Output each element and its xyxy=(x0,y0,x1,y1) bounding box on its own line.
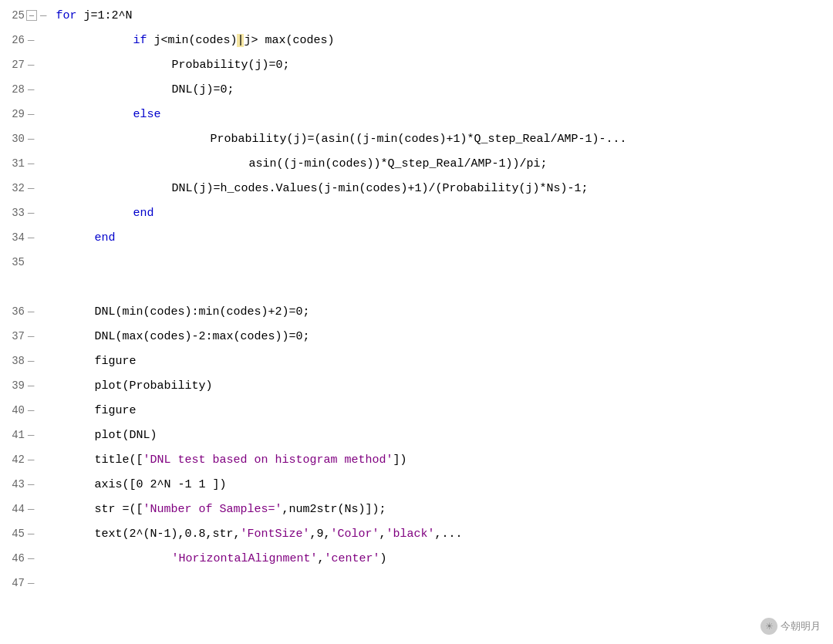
code-token: 'FontSize' xyxy=(240,528,309,541)
line-num: 28 xyxy=(3,83,25,96)
line-number-row: 47— xyxy=(0,571,49,595)
line-number-row: 43— xyxy=(0,472,49,497)
line-num: 26 xyxy=(3,34,25,46)
line-num: 36 xyxy=(3,305,25,318)
line-number-row: 29— xyxy=(0,102,49,126)
code-line: DNL(j)=0; xyxy=(56,77,833,102)
line-number-row: 34— xyxy=(0,225,49,250)
code-token: end xyxy=(94,231,115,244)
line-num: 45 xyxy=(3,528,25,540)
code-line: else xyxy=(56,102,833,126)
line-number-row: 40— xyxy=(0,398,49,423)
code-line: text(2^(N-1),0.8,str,'FontSize',9,'Color… xyxy=(56,521,833,546)
code-line: title(['DNL test based on histogram meth… xyxy=(56,447,833,472)
line-num: 44 xyxy=(3,503,25,515)
code-line: DNL(j)=h_codes.Values(j-min(codes)+1)/(P… xyxy=(56,176,833,201)
code-content: 25——26—27—28—29—30—31—32—33—34—3536—37—3… xyxy=(0,0,833,644)
line-num: 30 xyxy=(3,133,25,145)
line-dash: — xyxy=(28,59,34,71)
line-num: 31 xyxy=(3,157,25,170)
code-line: Probability(j)=0; xyxy=(56,52,833,77)
line-dash: — xyxy=(28,404,34,416)
line-number-row: 31— xyxy=(0,151,49,176)
line-dash: — xyxy=(28,157,34,170)
code-line: Probability(j)=(asin((j-min(codes)+1)*Q_… xyxy=(56,126,833,151)
watermark: ☀ 今朝明月 xyxy=(760,618,821,635)
code-editor: 25——26—27—28—29—30—31—32—33—34—3536—37—3… xyxy=(0,0,833,644)
line-number-row: 36— xyxy=(0,299,49,324)
line-number-row: 35 xyxy=(0,250,49,275)
line-number-row: 46— xyxy=(0,546,49,571)
line-dash: — xyxy=(28,528,34,540)
line-numbers: 25——26—27—28—29—30—31—32—33—34—3536—37—3… xyxy=(0,3,49,641)
code-line: DNL(min(codes):min(codes)+2)=0; xyxy=(56,299,833,324)
code-line: str =(['Number of Samples=',num2str(Ns)]… xyxy=(56,497,833,521)
line-number-row: 42— xyxy=(0,447,49,472)
line-num: 25 xyxy=(3,9,25,22)
line-num: 35 xyxy=(3,256,25,268)
line-num: 34 xyxy=(3,231,25,244)
line-dash: — xyxy=(28,379,34,392)
line-num: 41 xyxy=(3,429,25,441)
line-num: 42 xyxy=(3,453,25,466)
line-number-row: 38— xyxy=(0,349,49,373)
line-number-row xyxy=(0,275,49,299)
collapse-icon[interactable]: — xyxy=(26,10,37,21)
code-line: plot(DNL) xyxy=(56,423,833,447)
line-num: 38 xyxy=(3,355,25,367)
line-num: 29 xyxy=(3,108,25,120)
line-number-row: 44— xyxy=(0,497,49,521)
line-dash: — xyxy=(28,207,34,219)
code-line: figure xyxy=(56,398,833,423)
line-num: 40 xyxy=(3,404,25,416)
code-line xyxy=(56,571,833,595)
line-dash: — xyxy=(28,429,34,441)
line-dash: — xyxy=(28,108,34,120)
code-line: end xyxy=(56,225,833,250)
line-dash: — xyxy=(28,83,34,96)
code-token: for xyxy=(56,9,76,22)
line-number-row: 39— xyxy=(0,373,49,398)
line-dash: — xyxy=(28,478,34,491)
watermark-text: 今朝明月 xyxy=(781,619,821,633)
cursor-highlight: | xyxy=(237,34,244,47)
code-line: plot(Probability) xyxy=(56,373,833,398)
line-num: 27 xyxy=(3,59,25,71)
line-dash: — xyxy=(28,34,34,46)
line-number-row: 28— xyxy=(0,77,49,102)
line-number-row: 26— xyxy=(0,28,49,52)
line-num: 37 xyxy=(3,330,25,342)
line-number-row: 32— xyxy=(0,176,49,201)
code-token: if xyxy=(133,34,147,47)
line-num: 39 xyxy=(3,379,25,392)
line-number-row: 41— xyxy=(0,423,49,447)
line-num: 32 xyxy=(3,182,25,194)
line-dash: — xyxy=(28,503,34,515)
code-line: DNL(max(codes)-2:max(codes))=0; xyxy=(56,324,833,349)
code-token: 'HorizontalAlignment' xyxy=(171,552,317,565)
code-line: if j<min(codes)|j> max(codes) xyxy=(56,28,833,52)
line-dash: — xyxy=(28,355,34,367)
code-token: 'center' xyxy=(324,552,379,565)
code-line: for j=1:2^N xyxy=(56,3,833,28)
code-token: end xyxy=(133,207,153,220)
code-line: 'HorizontalAlignment','center') xyxy=(56,546,833,571)
line-dash: — xyxy=(28,453,34,466)
line-number-row: 45— xyxy=(0,521,49,546)
line-dash: — xyxy=(28,305,34,318)
line-dash: — xyxy=(40,9,46,22)
line-num: 33 xyxy=(3,207,25,219)
line-number-row: 30— xyxy=(0,126,49,151)
code-token: 'black' xyxy=(386,528,435,541)
line-dash: — xyxy=(28,182,34,194)
code-token: else xyxy=(133,108,160,121)
line-number-row: 33— xyxy=(0,201,49,225)
code-area: for j=1:2^Nif j<min(codes)|j> max(codes)… xyxy=(49,3,833,641)
code-token: 'Number of Samples=' xyxy=(143,503,282,516)
line-number-row: 27— xyxy=(0,52,49,77)
code-line xyxy=(56,250,833,275)
line-number-row: 37— xyxy=(0,324,49,349)
line-dash: — xyxy=(28,552,34,565)
line-dash: — xyxy=(28,330,34,342)
line-dash: — xyxy=(28,577,34,589)
